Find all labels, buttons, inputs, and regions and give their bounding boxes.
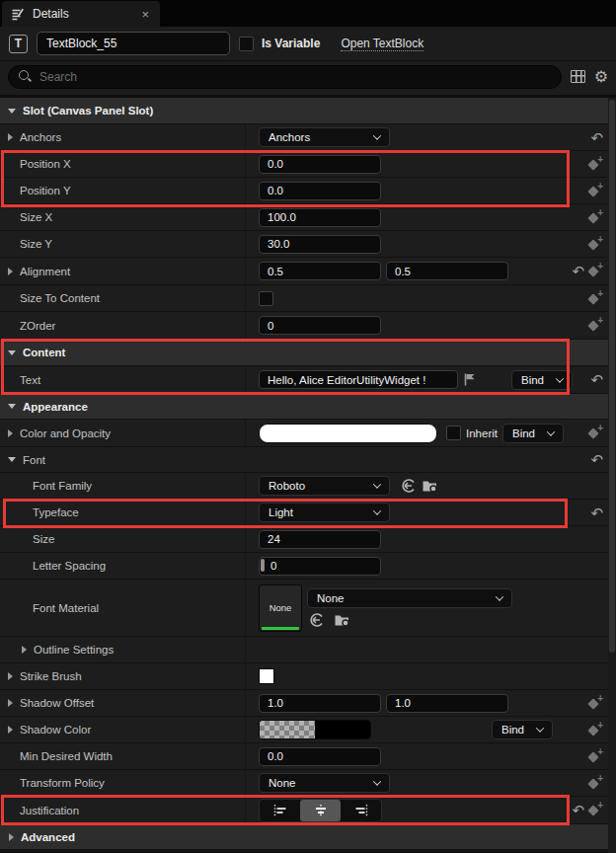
- search-bar[interactable]: [8, 65, 562, 89]
- category-advanced[interactable]: Advanced: [0, 824, 616, 850]
- add-keyframe-icon[interactable]: +: [588, 318, 603, 333]
- category-appearance[interactable]: Appearance: [0, 394, 616, 420]
- add-keyframe-icon[interactable]: +: [588, 696, 603, 711]
- transform-policy-dropdown[interactable]: None: [259, 773, 390, 793]
- expander-icon[interactable]: [8, 672, 13, 680]
- chevron-down-icon: [373, 506, 381, 514]
- details-panel: Details × T Is Variable Open TextBlock ⚙…: [0, 0, 616, 853]
- dropdown-value: Light: [269, 506, 293, 518]
- use-selected-asset-icon[interactable]: [401, 478, 417, 494]
- is-variable-label: Is Variable: [262, 37, 320, 50]
- add-keyframe-icon[interactable]: +: [588, 291, 603, 306]
- add-keyframe-icon[interactable]: +: [588, 157, 603, 172]
- row-min-desired-width: Min Desired Width +: [0, 743, 616, 770]
- search-input[interactable]: [39, 70, 551, 84]
- browse-to-asset-icon[interactable]: [334, 612, 350, 628]
- add-keyframe-icon[interactable]: +: [588, 426, 603, 440]
- expander-icon[interactable]: [8, 133, 13, 141]
- min-desired-width-input[interactable]: [259, 747, 381, 766]
- reset-to-default-icon[interactable]: ↶: [590, 372, 603, 387]
- scrollbar[interactable]: [608, 98, 616, 853]
- row-font-group[interactable]: Font ↶: [0, 447, 616, 473]
- add-keyframe-icon[interactable]: +: [588, 184, 603, 198]
- use-selected-asset-icon[interactable]: [309, 612, 325, 628]
- dropdown-value: Roboto: [269, 480, 305, 492]
- settings-gear-icon[interactable]: ⚙: [594, 69, 608, 85]
- letter-spacing-input[interactable]: [259, 557, 381, 576]
- expander-icon[interactable]: [22, 646, 27, 654]
- size-to-content-checkbox[interactable]: [259, 291, 273, 306]
- view-options-grid-icon[interactable]: [571, 70, 585, 83]
- open-textblock-link[interactable]: Open TextBlock: [341, 37, 424, 51]
- color-swatch[interactable]: [259, 424, 437, 443]
- property-label: Strike Brush: [20, 670, 82, 682]
- alignment-x-input[interactable]: [259, 262, 381, 280]
- shadow-offset-x-input[interactable]: [259, 694, 381, 713]
- is-variable-checkbox[interactable]: [239, 37, 254, 51]
- expander-icon[interactable]: [8, 726, 13, 734]
- shadow-color-bind-dropdown[interactable]: Bind: [492, 720, 553, 739]
- row-size-to-content: Size To Content +: [0, 285, 616, 312]
- bind-label: Bind: [512, 427, 535, 439]
- property-label: Size To Content: [20, 292, 100, 304]
- expander-icon[interactable]: [8, 429, 13, 437]
- property-label: Shadow Offset: [20, 697, 94, 709]
- reset-to-default-icon[interactable]: ↶: [590, 505, 603, 520]
- category-slot[interactable]: Slot (Canvas Panel Slot): [0, 98, 616, 124]
- reset-to-default-icon[interactable]: ↶: [590, 452, 603, 467]
- zorder-input[interactable]: [259, 316, 381, 335]
- position-x-input[interactable]: [259, 155, 381, 174]
- chevron-down-icon: [536, 724, 544, 732]
- row-transform-policy: Transform Policy None +: [0, 770, 616, 797]
- inherit-checkbox[interactable]: [446, 426, 461, 440]
- position-y-input[interactable]: [259, 182, 381, 200]
- text-input[interactable]: [259, 370, 458, 389]
- reset-to-default-icon[interactable]: ↶: [572, 803, 584, 817]
- size-y-input[interactable]: [259, 235, 381, 254]
- alignment-y-input[interactable]: [386, 262, 508, 280]
- tab-bar: Details ×: [0, 0, 616, 27]
- reset-to-default-icon[interactable]: ↶: [590, 130, 603, 145]
- shadow-offset-y-input[interactable]: [386, 694, 508, 713]
- color-bind-dropdown[interactable]: Bind: [502, 424, 564, 443]
- font-material-thumbnail[interactable]: None: [259, 584, 302, 632]
- property-label: Font Family: [33, 480, 92, 492]
- scrollbar-thumb[interactable]: [609, 100, 615, 653]
- inherit-label: Inherit: [466, 427, 498, 439]
- category-content[interactable]: Content: [0, 340, 616, 366]
- anchors-dropdown[interactable]: Anchors: [259, 127, 390, 147]
- justify-center-button[interactable]: [300, 800, 341, 821]
- localization-flag-icon[interactable]: [463, 372, 477, 387]
- expander-icon[interactable]: [8, 699, 13, 707]
- slider-grip[interactable]: [259, 556, 381, 576]
- add-keyframe-icon[interactable]: +: [588, 210, 603, 225]
- dropdown-value: None: [317, 592, 345, 604]
- font-size-input[interactable]: [259, 530, 381, 549]
- expander-icon[interactable]: [8, 268, 13, 275]
- reset-to-default-icon[interactable]: ↶: [572, 264, 584, 278]
- add-keyframe-icon[interactable]: +: [588, 803, 603, 817]
- add-keyframe-icon[interactable]: +: [588, 723, 603, 737]
- chevron-down-icon: [8, 457, 16, 462]
- justify-left-button[interactable]: [260, 800, 300, 821]
- add-keyframe-icon[interactable]: +: [588, 749, 603, 764]
- size-x-input[interactable]: [259, 208, 381, 227]
- typeface-dropdown[interactable]: Light: [259, 503, 390, 522]
- strike-brush-swatch[interactable]: [259, 668, 274, 684]
- add-keyframe-icon[interactable]: +: [588, 237, 603, 252]
- shadow-color-swatch[interactable]: [259, 720, 371, 739]
- browse-to-asset-icon[interactable]: [422, 478, 438, 494]
- font-family-dropdown[interactable]: Roboto: [259, 476, 390, 496]
- justify-right-button[interactable]: [341, 800, 381, 821]
- add-keyframe-icon[interactable]: +: [588, 264, 603, 278]
- add-keyframe-icon[interactable]: +: [588, 776, 603, 791]
- object-name-input[interactable]: [37, 32, 230, 55]
- justification-button-group: [259, 799, 382, 822]
- row-strike-brush: Strike Brush: [0, 663, 616, 690]
- font-material-dropdown[interactable]: None: [307, 588, 512, 608]
- details-tab[interactable]: Details ×: [2, 1, 160, 27]
- chevron-down-icon: [373, 777, 381, 785]
- text-bind-dropdown[interactable]: Bind: [511, 370, 573, 390]
- bind-label: Bind: [521, 374, 544, 386]
- close-icon[interactable]: ×: [139, 7, 151, 22]
